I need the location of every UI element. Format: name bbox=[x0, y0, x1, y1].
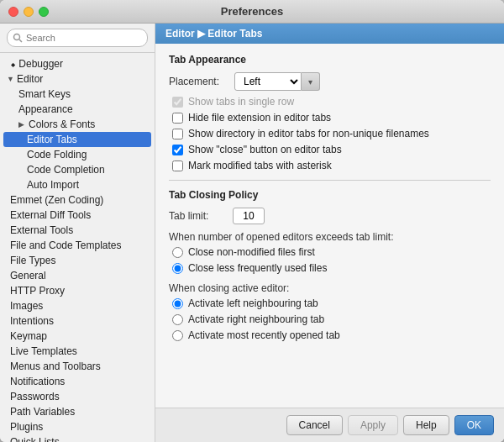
sidebar-item-intentions[interactable]: Intentions bbox=[0, 313, 155, 329]
show-tabs-single-row-checkbox bbox=[172, 97, 183, 108]
section-divider bbox=[169, 180, 491, 181]
breadcrumb-part2: Editor Tabs bbox=[207, 28, 262, 39]
activate-right-radio[interactable] bbox=[172, 314, 183, 325]
checkbox-show-close-button: Show "close" button on editor tabs bbox=[169, 144, 491, 155]
checkbox-mark-modified: Mark modified tabs with asterisk bbox=[169, 160, 491, 171]
main-content: Editor ▶ Editor Tabs Tab Appearance Plac… bbox=[155, 24, 504, 442]
checkbox-hide-file-extension: Hide file extension in editor tabs bbox=[169, 112, 491, 124]
placement-row: Placement: Left Right Top Bottom ▾ bbox=[169, 72, 491, 91]
search-bar bbox=[0, 24, 155, 53]
titlebar: Preferences bbox=[0, 0, 504, 24]
show-tabs-single-row-label: Show tabs in single row bbox=[188, 96, 294, 108]
sidebar-item-emmet[interactable]: Emmet (Zen Coding) bbox=[0, 192, 155, 208]
sidebar-item-editor-tabs[interactable]: Editor Tabs bbox=[3, 132, 151, 147]
hide-file-extension-label: Hide file extension in editor tabs bbox=[188, 112, 331, 124]
breadcrumb-part1: Editor bbox=[165, 28, 195, 39]
radio-activate-recent: Activate most recently opened tab bbox=[169, 329, 491, 341]
ok-button[interactable]: OK bbox=[454, 415, 494, 435]
hide-file-extension-checkbox[interactable] bbox=[172, 113, 183, 124]
close-nonmodified-label: Close non-modified files first bbox=[188, 246, 315, 258]
sidebar-item-smart-keys[interactable]: Smart Keys bbox=[0, 87, 155, 102]
sidebar-item-code-folding[interactable]: Code Folding bbox=[0, 147, 155, 162]
sidebar-item-notifications[interactable]: Notifications bbox=[0, 374, 155, 389]
body: ⬥ Debugger ▼Editor Smart Keys Appearance… bbox=[0, 24, 504, 442]
window-title: Preferences bbox=[221, 5, 283, 18]
breadcrumb: Editor ▶ Editor Tabs bbox=[155, 24, 504, 44]
tab-limit-row: Tab limit: bbox=[169, 208, 491, 224]
radio-activate-left: Activate left neighbouring tab bbox=[169, 297, 491, 309]
activate-recent-label: Activate most recently opened tab bbox=[188, 329, 340, 341]
activate-left-radio[interactable] bbox=[172, 298, 183, 309]
show-directory-label: Show directory in editor tabs for non-un… bbox=[188, 128, 429, 139]
checkbox-show-tabs-single-row: Show tabs in single row bbox=[169, 96, 491, 108]
breadcrumb-separator: ▶ bbox=[197, 28, 207, 39]
sidebar-item-plugins[interactable]: Plugins bbox=[0, 419, 155, 434]
apply-button[interactable]: Apply bbox=[348, 415, 398, 435]
sidebar-item-http-proxy[interactable]: HTTP Proxy bbox=[0, 283, 155, 298]
tab-limit-label: Tab limit: bbox=[169, 210, 228, 222]
footer: Cancel Apply Help OK bbox=[155, 408, 504, 442]
activate-left-label: Activate left neighbouring tab bbox=[188, 297, 318, 309]
sidebar-item-passwords[interactable]: Passwords bbox=[0, 389, 155, 404]
show-close-button-checkbox[interactable] bbox=[172, 145, 183, 155]
traffic-lights bbox=[8, 7, 49, 17]
placement-select[interactable]: Left Right Top Bottom bbox=[234, 72, 302, 91]
show-close-button-label: Show "close" button on editor tabs bbox=[188, 144, 342, 155]
placement-label: Placement: bbox=[169, 76, 228, 87]
sidebar-item-external-diff-tools[interactable]: External Diff Tools bbox=[0, 208, 155, 223]
maximize-button[interactable] bbox=[39, 7, 49, 17]
content-area: Tab Appearance Placement: Left Right Top… bbox=[155, 44, 504, 408]
radio-close-nonmodified: Close non-modified files first bbox=[169, 246, 491, 258]
activate-right-label: Activate right neighbouring tab bbox=[188, 313, 324, 325]
tab-closing-title: Tab Closing Policy bbox=[169, 189, 491, 201]
sidebar-item-code-completion[interactable]: Code Completion bbox=[0, 162, 155, 177]
sidebar-item-keymap[interactable]: Keymap bbox=[0, 329, 155, 344]
placement-select-arrow[interactable]: ▾ bbox=[302, 72, 320, 91]
sidebar-item-appearance[interactable]: Appearance bbox=[0, 102, 155, 117]
placement-select-wrap: Left Right Top Bottom ▾ bbox=[234, 72, 320, 91]
help-button[interactable]: Help bbox=[403, 415, 449, 435]
search-input[interactable] bbox=[7, 29, 148, 47]
close-button[interactable] bbox=[8, 7, 18, 17]
preferences-window: Preferences ⬥ Debugger ▼Editor Smart Key… bbox=[0, 0, 504, 442]
closing-label: When closing active editor: bbox=[169, 282, 491, 294]
close-less-frequent-radio[interactable] bbox=[172, 263, 183, 274]
sidebar-item-debugger[interactable]: ⬥ Debugger bbox=[0, 56, 155, 71]
sidebar-item-live-templates[interactable]: Live Templates bbox=[0, 344, 155, 359]
minimize-button[interactable] bbox=[24, 7, 34, 17]
sidebar-item-path-variables[interactable]: Path Variables bbox=[0, 404, 155, 419]
tab-appearance-title: Tab Appearance bbox=[169, 54, 491, 66]
activate-recent-radio[interactable] bbox=[172, 330, 183, 341]
expand-icon: ▼ bbox=[7, 75, 15, 83]
tab-limit-input[interactable] bbox=[233, 208, 265, 224]
radio-activate-right: Activate right neighbouring tab bbox=[169, 313, 491, 325]
show-directory-checkbox[interactable] bbox=[172, 129, 183, 139]
sidebar-item-editor[interactable]: ▼Editor bbox=[0, 71, 155, 87]
sidebar-item-menus-and-toolbars[interactable]: Menus and Toolbars bbox=[0, 359, 155, 374]
sidebar-item-colors-fonts[interactable]: ▶Colors & Fonts bbox=[0, 117, 155, 132]
sidebar-item-images[interactable]: Images bbox=[0, 298, 155, 313]
exceed-label: When number of opened editors exceeds ta… bbox=[169, 231, 491, 243]
expand-icon-colors: ▶ bbox=[18, 120, 27, 129]
radio-close-less-frequent: Close less frequently used files bbox=[169, 262, 491, 274]
sidebar-item-file-and-code-templates[interactable]: File and Code Templates bbox=[0, 238, 155, 253]
checkbox-show-directory: Show directory in editor tabs for non-un… bbox=[169, 128, 491, 139]
close-nonmodified-radio[interactable] bbox=[172, 247, 183, 258]
sidebar-item-file-types[interactable]: File Types bbox=[0, 253, 155, 268]
sidebar-item-external-tools[interactable]: External Tools bbox=[0, 223, 155, 238]
close-less-frequent-label: Close less frequently used files bbox=[188, 262, 327, 274]
mark-modified-checkbox[interactable] bbox=[172, 160, 183, 171]
sidebar: ⬥ Debugger ▼Editor Smart Keys Appearance… bbox=[0, 24, 155, 442]
sidebar-item-quick-lists[interactable]: Quick Lists bbox=[0, 434, 155, 442]
sidebar-item-general[interactable]: General bbox=[0, 268, 155, 283]
mark-modified-label: Mark modified tabs with asterisk bbox=[188, 160, 332, 171]
sidebar-item-auto-import[interactable]: Auto Import bbox=[0, 177, 155, 192]
cancel-button[interactable]: Cancel bbox=[286, 415, 343, 435]
sidebar-list: ⬥ Debugger ▼Editor Smart Keys Appearance… bbox=[0, 53, 155, 442]
